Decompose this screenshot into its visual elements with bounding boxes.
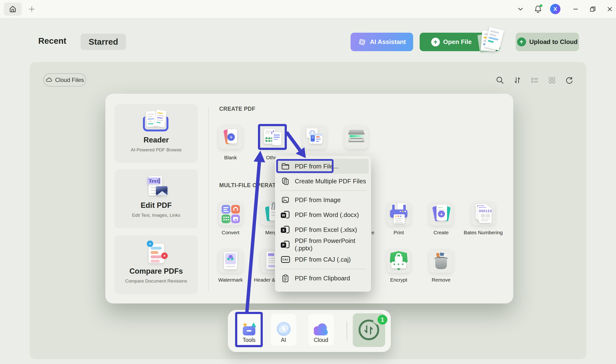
cloud-gradient-icon [312,321,330,337]
upload-to-cloud-label: Upload to Cloud [529,38,578,46]
menu-item-pdf-from-caj[interactable]: CAJ PDF from CAJ (.caj) [278,252,369,267]
close-icon [607,6,613,12]
edit-pdf-subtitle: Edit Text, Images, Links [114,213,198,218]
create-tile[interactable]: + [429,202,453,225]
other-formats-icon [261,125,284,149]
cloud-icon [45,77,52,83]
ai-assistant-label: AI Assistant [370,38,406,46]
open-file-button[interactable]: + Open File [420,33,500,51]
menu-item-pdf-from-word[interactable]: W PDF from Word (.docx) [278,207,369,222]
upload-to-cloud-button[interactable]: Upload to Cloud [516,33,579,51]
reader-book-icon [140,109,172,135]
copy-documents-icon [281,177,290,186]
grid-view-icon [547,76,557,85]
ai-assistant-button[interactable]: AI Assistant [350,33,413,51]
reader-subtitle: AI-Powered PDF Browse [114,147,198,153]
menu-label: PDF from Image [295,196,341,204]
menu-label: PDF from Clipboard [295,275,350,282]
id-card-icon [303,125,326,149]
create-scanner-tile[interactable] [345,125,368,149]
plus-circle-icon: + [431,38,440,46]
convert-tile[interactable] [219,202,242,225]
menu-divider [280,269,366,269]
menu-item-pdf-from-powerpoint[interactable]: P PDF from PowerPoint (.pptx) [278,237,369,252]
home-tab[interactable] [4,2,22,16]
search-button[interactable] [495,75,505,86]
encrypt-icon: * * * [387,249,410,273]
reader-card[interactable]: Reader AI-Powered PDF Browse [114,104,198,163]
menu-label: Create Multiple PDF Files [295,178,366,185]
search-icon [495,76,504,85]
encrypt-tile[interactable]: * * * [387,249,410,273]
menu-item-pdf-from-clipboard[interactable]: PDF from Clipboard [278,271,369,286]
menu-chevron-button[interactable] [515,0,526,18]
user-avatar[interactable]: X [550,4,560,14]
menu-label: PDF from Excel (.xlsx) [295,226,357,234]
close-button[interactable] [604,0,616,18]
list-view-button[interactable] [529,75,540,86]
notification-dot [540,4,542,7]
dock-ai-button[interactable]: AI [271,314,296,346]
compare-pdfs-card[interactable]: + × Compare PDFs Compare Document Revisi… [114,235,198,294]
watermark-tile[interactable] [219,249,242,273]
dock-tools-label: Tools [243,337,255,343]
new-tab-button[interactable] [28,5,36,13]
plus-icon [28,6,35,13]
edit-pdf-icon: Text [140,175,172,200]
menu-item-pdf-from-image[interactable]: PDF from Image [278,193,369,207]
scanner-icon [345,125,368,149]
ai-orb-icon [275,321,292,337]
create-idcard-tile[interactable] [303,125,326,149]
reader-title: Reader [114,136,198,144]
menu-item-pdf-from-excel[interactable]: X PDF from Excel (.xlsx) [278,222,369,237]
app-window: X Recent Starred AI Assistant + [0,0,616,364]
tab-starred[interactable]: Starred [81,34,126,50]
list-view-icon [530,76,539,85]
open-file-label: Open File [443,38,472,46]
menu-label: PDF from CAJ (.caj) [295,256,351,263]
refresh-icon [565,76,574,85]
menu-label: PDF from PowerPoint (.pptx) [295,237,369,252]
dock-cloud-label: Cloud [314,337,328,343]
sync-arrows-icon [363,325,374,335]
cloud-files-button[interactable]: Cloud Files [43,73,86,87]
print-tile[interactable] [387,202,410,225]
restore-button[interactable] [587,0,599,18]
dock-cloud-button[interactable]: Cloud [308,314,334,346]
caj-file-icon: CAJ [281,255,290,264]
print-icon [387,202,410,225]
sort-button[interactable] [512,75,523,86]
create-blank-tile[interactable]: + [219,125,242,149]
folder-icon [281,162,290,171]
remove-tile[interactable] [429,249,453,273]
remove-label: Remove [415,277,468,283]
edit-pdf-card[interactable]: Text Edit PDF Edit Text, Images, Links [114,169,198,228]
create-pdf-heading: CREATE PDF [219,106,255,112]
minimize-button[interactable] [570,0,581,18]
tab-recent[interactable]: Recent [38,36,66,46]
menu-item-pdf-from-file[interactable]: PDF from File... [278,159,369,174]
image-icon [281,195,290,205]
refresh-button[interactable] [564,75,574,86]
notifications-button[interactable] [532,0,544,18]
compare-pdfs-subtitle: Compare Document Revisions [114,278,198,284]
upload-arrow-icon [517,38,526,46]
menu-item-create-multiple[interactable]: Create Multiple PDF Files [278,174,369,189]
create-other-tile[interactable] [261,125,284,149]
convert-icon [219,202,242,225]
word-file-icon: W [281,210,290,219]
restore-icon [589,6,596,13]
bates-numbering-tile[interactable]: 000123 [471,202,495,225]
sync-count-badge: 1 [378,315,387,325]
window-titlebar: X [0,0,616,18]
watermark-icon [219,249,242,273]
remove-trash-icon [429,249,453,273]
dock-tools-button[interactable]: ★ Tools [236,314,262,346]
panel-divider [208,107,209,291]
grid-view-button[interactable] [547,75,557,86]
create-icon: + [429,202,453,225]
clipboard-icon [281,274,290,283]
minimize-icon [573,6,579,12]
ai-swirl-icon [358,38,366,46]
chevron-down-icon [517,6,524,13]
